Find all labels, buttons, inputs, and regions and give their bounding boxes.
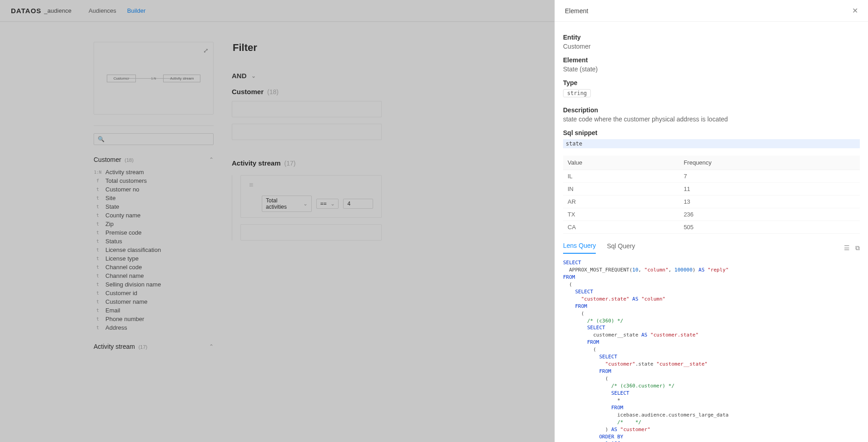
field-type-icon: t	[94, 308, 102, 313]
filter-placeholder[interactable]	[232, 124, 382, 140]
tab-lens-query[interactable]: Lens Query	[563, 242, 596, 254]
table-row: AR13	[563, 196, 860, 208]
freq-col-frequency: Frequency	[679, 156, 860, 170]
chevron-up-icon: ⌃	[209, 156, 214, 163]
field-item[interactable]: tLicense classification	[94, 246, 214, 254]
filter-placeholder[interactable]	[232, 101, 382, 117]
table-row: IN11	[563, 183, 860, 196]
field-name: License type	[105, 255, 139, 262]
chevron-up-icon: ⌃	[209, 343, 214, 350]
field-type-icon: t	[94, 273, 102, 278]
field-item[interactable]: tPhone number	[94, 315, 214, 323]
element-panel: Element ✕ Entity Customer Element State …	[554, 0, 868, 442]
field-type-icon: t	[94, 204, 102, 209]
field-type-icon: t	[94, 196, 102, 201]
copy-icon[interactable]: ⧉	[855, 244, 860, 252]
table-row: CA505	[563, 221, 860, 234]
field-item[interactable]: tStatus	[94, 237, 214, 246]
field-name: Selling division name	[105, 281, 161, 288]
diagram-relation: 1:N	[151, 77, 156, 80]
entity-activity-header[interactable]: Activity stream (17) ⌃	[94, 343, 214, 350]
field-item[interactable]: tChannel name	[94, 271, 214, 280]
element-label: Element	[563, 56, 860, 64]
field-type-icon: t	[94, 221, 102, 226]
field-item[interactable]: tSelling division name	[94, 280, 214, 289]
sql-code-block: SELECT APPROX_MOST_FREQUENT(10, "column"…	[563, 259, 860, 442]
nav-builder[interactable]: Builder	[127, 7, 145, 14]
field-item[interactable]: tCustomer no	[94, 185, 214, 194]
field-item[interactable]: tZip	[94, 220, 214, 228]
field-type-icon: t	[94, 256, 102, 261]
field-name: Customer name	[105, 298, 147, 305]
drag-handle-icon[interactable]: ≡	[249, 181, 373, 189]
snippet-value: state	[563, 139, 860, 148]
field-name: Customer id	[105, 290, 137, 296]
field-name: Phone number	[105, 316, 144, 322]
field-type-icon: t	[94, 213, 102, 218]
field-name: Status	[105, 238, 122, 245]
field-type-icon: t	[94, 265, 102, 270]
brand-logo: DATAOS	[11, 7, 41, 15]
table-row: IL7	[563, 170, 860, 183]
field-name: Total customers	[105, 177, 147, 184]
filter-condition-block: ≡ Total activities⌄ ==⌄ 4	[240, 175, 382, 218]
field-type-icon: t	[94, 291, 102, 296]
search-input[interactable]: 🔍	[94, 133, 214, 145]
field-item[interactable]: tCustomer name	[94, 297, 214, 306]
field-name: Zip	[105, 221, 114, 227]
description-value: state code where the customer physical a…	[563, 116, 860, 123]
field-item[interactable]: tSite	[94, 194, 214, 202]
list-icon[interactable]: ☰	[844, 244, 850, 252]
field-name: Site	[105, 195, 115, 201]
entity-customer-header[interactable]: Customer (18) ⌃	[94, 156, 214, 163]
filter-placeholder[interactable]	[240, 224, 382, 241]
field-name: County name	[105, 212, 140, 219]
field-type-icon: t	[94, 239, 102, 244]
field-name: State	[105, 203, 119, 210]
search-icon: 🔍	[98, 136, 105, 142]
field-relation-activity[interactable]: 1:N Activity stream	[94, 168, 214, 176]
field-item[interactable]: tChannel code	[94, 263, 214, 271]
entity-value: Customer	[563, 43, 860, 50]
field-type-icon: f	[94, 178, 102, 183]
nav-audiences[interactable]: Audiences	[89, 7, 116, 14]
element-value: State (state)	[563, 65, 860, 73]
field-name: Customer no	[105, 186, 139, 193]
filter-value-input[interactable]: 4	[343, 199, 373, 209]
panel-title: Element	[565, 7, 588, 15]
close-icon[interactable]: ✕	[852, 6, 858, 15]
brand: DATAOS _audience	[11, 7, 71, 15]
field-item[interactable]: fTotal customers	[94, 176, 214, 185]
relationship-diagram: ⤢ Customer 1:N Activity stream	[94, 42, 214, 115]
customer-field-list: 1:N Activity stream fTotal customerstCus…	[94, 168, 214, 332]
type-badge: string	[563, 89, 591, 97]
field-item[interactable]: tCustomer id	[94, 289, 214, 297]
field-item[interactable]: tAddress	[94, 323, 214, 332]
filter-op-select[interactable]: ==⌄	[316, 199, 339, 209]
field-type-icon: t	[94, 282, 102, 287]
field-name: License classification	[105, 246, 161, 253]
sidebar: ⤢ Customer 1:N Activity stream 🔍 Custome…	[0, 22, 214, 442]
tab-sql-query[interactable]: Sql Query	[607, 242, 635, 253]
field-type-icon: t	[94, 247, 102, 252]
field-item[interactable]: tLicense type	[94, 254, 214, 263]
brand-sub: _audience	[44, 7, 71, 14]
field-type-icon: t	[94, 325, 102, 330]
field-item[interactable]: tCounty name	[94, 211, 214, 220]
field-type-icon: t	[94, 230, 102, 235]
frequency-table: Value Frequency IL7IN11AR13TX236CA505	[563, 156, 860, 234]
type-label: Type	[563, 79, 860, 86]
field-item[interactable]: tState	[94, 202, 214, 211]
freq-col-value: Value	[563, 156, 679, 170]
field-item[interactable]: tPremise code	[94, 228, 214, 237]
field-name: Channel name	[105, 272, 144, 279]
field-name: Premise code	[105, 229, 141, 236]
filter-field-select[interactable]: Total activities⌄	[262, 196, 312, 212]
expand-icon[interactable]: ⤢	[203, 47, 209, 54]
field-item[interactable]: tEmail	[94, 306, 214, 315]
table-row: TX236	[563, 208, 860, 221]
chevron-down-icon: ⌄	[251, 73, 256, 79]
description-label: Description	[563, 106, 860, 114]
entity-label: Entity	[563, 34, 860, 41]
field-name: Address	[105, 324, 127, 331]
